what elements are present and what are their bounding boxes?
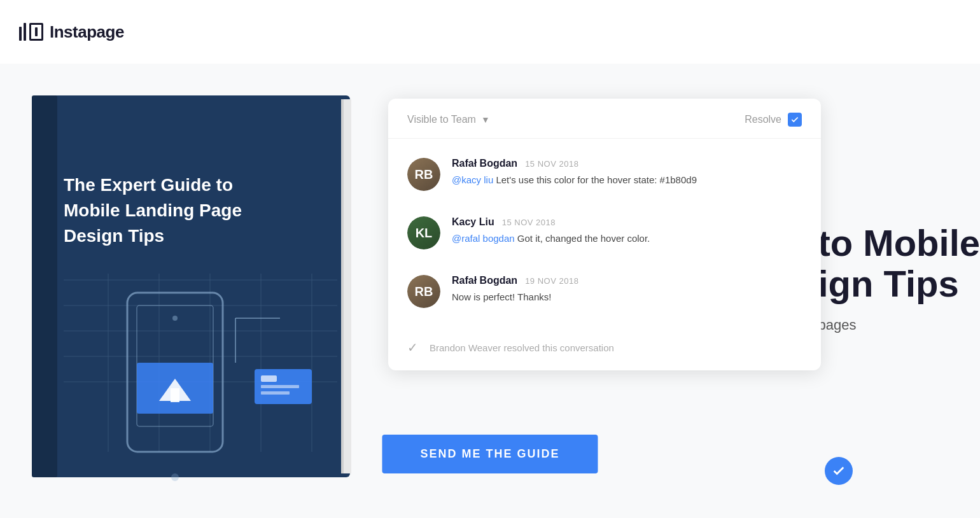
landing-title-line1: to Mobile [818, 223, 980, 263]
comment-meta: Rafał Bogdan 19 NOV 2018 [452, 275, 802, 286]
visibility-selector[interactable]: Visible to Team ▼ [407, 114, 490, 125]
comment-body: Now is perfect! Thanks! [452, 291, 551, 302]
svg-point-23 [171, 473, 179, 481]
resolve-checkbox[interactable] [788, 113, 802, 127]
resolved-check-icon: ✓ [407, 340, 418, 355]
svg-rect-3 [341, 99, 344, 473]
comment-meta: Kacy Liu 15 NOV 2018 [452, 216, 802, 228]
comment-content: Rafał Bogdan 19 NOV 2018 Now is perfect!… [452, 275, 802, 305]
comment-item: RB Rafał Bogdan 19 NOV 2018 Now is perfe… [388, 262, 821, 321]
comment-panel: Visible to Team ▼ Resolve RB Rafał Bogda… [388, 99, 821, 370]
comment-body: Let's use this color for the hover state… [493, 174, 697, 185]
resolve-area[interactable]: Resolve [745, 113, 802, 127]
landing-title-line2: ign Tips [818, 263, 980, 304]
comment-date: 15 NOV 2018 [502, 218, 556, 227]
svg-rect-1 [32, 95, 57, 477]
comment-content: Rafał Bogdan 15 NOV 2018 @kacy liu Let's… [452, 158, 802, 188]
landing-subtitle: pages [818, 317, 980, 333]
avatar: RB [407, 158, 440, 191]
landing-right-text: to Mobile ign Tips pages [818, 223, 980, 333]
comment-text: @kacy liu Let's use this color for the h… [452, 173, 802, 188]
comment-text: @rafal bogdan Got it, changed the hover … [452, 232, 802, 246]
visibility-label: Visible to Team [407, 114, 476, 125]
comment-item: RB Rafał Bogdan 15 NOV 2018 @kacy liu Le… [388, 145, 821, 204]
cta-bottom-button[interactable]: SEND ME THE GUIDE [382, 435, 598, 473]
comment-body: Got it, changed the hover color. [515, 233, 650, 244]
comment-text: Now is perfect! Thanks! [452, 290, 802, 305]
resolve-label: Resolve [745, 114, 781, 125]
comment-author: Kacy Liu [452, 216, 494, 228]
comment-date: 19 NOV 2018 [525, 276, 578, 286]
header: Instapage [0, 0, 980, 64]
avatar: KL [407, 216, 440, 249]
logo-text: Instapage [50, 22, 124, 42]
svg-rect-21 [171, 388, 179, 402]
comment-author: Rafał Bogdan [452, 275, 517, 286]
svg-text:The Expert Guide to: The Expert Guide to [64, 175, 233, 195]
svg-text:Mobile Landing Page: Mobile Landing Page [64, 200, 242, 220]
mention: @rafal bogdan [452, 233, 515, 244]
panel-header: Visible to Team ▼ Resolve [388, 99, 821, 139]
cta-bottom-check-icon [825, 457, 853, 485]
svg-rect-29 [261, 391, 290, 395]
book-illustration: The Expert Guide to Mobile Landing Page … [13, 76, 388, 509]
comment-date: 15 NOV 2018 [525, 159, 578, 169]
svg-point-22 [172, 316, 178, 321]
avatar: RB [407, 275, 440, 308]
logo-icon [19, 23, 43, 41]
logo: Instapage [19, 22, 124, 42]
svg-rect-0 [32, 95, 350, 477]
svg-text:Design Tips: Design Tips [64, 226, 164, 246]
comment-author: Rafał Bogdan [452, 158, 517, 169]
svg-rect-27 [261, 375, 277, 382]
comment-meta: Rafał Bogdan 15 NOV 2018 [452, 158, 802, 169]
svg-rect-2 [344, 99, 351, 473]
comment-item: KL Kacy Liu 15 NOV 2018 @rafal bogdan Go… [388, 204, 821, 262]
svg-rect-28 [261, 385, 299, 388]
resolved-notice: ✓ Brandon Weaver resolved this conversat… [388, 327, 821, 370]
dropdown-arrow-icon: ▼ [481, 115, 490, 125]
mention: @kacy liu [452, 174, 493, 185]
comment-content: Kacy Liu 15 NOV 2018 @rafal bogdan Got i… [452, 216, 802, 246]
resolved-text: Brandon Weaver resolved this conversatio… [430, 342, 614, 353]
comments-list: RB Rafał Bogdan 15 NOV 2018 @kacy liu Le… [388, 139, 821, 327]
